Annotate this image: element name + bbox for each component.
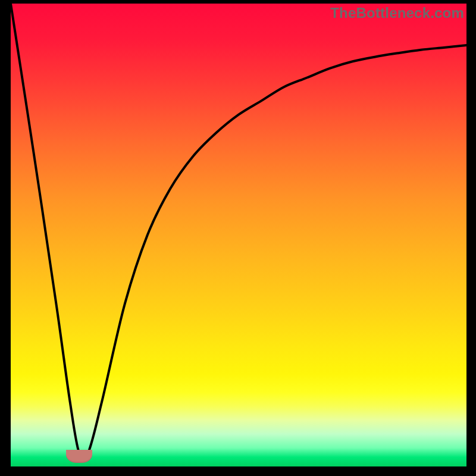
chart-plot-area: TheBottleneck.com (11, 4, 466, 466)
bottleneck-curve (11, 4, 466, 466)
watermark-text: TheBottleneck.com (330, 5, 464, 21)
optimal-point-marker (66, 450, 92, 463)
